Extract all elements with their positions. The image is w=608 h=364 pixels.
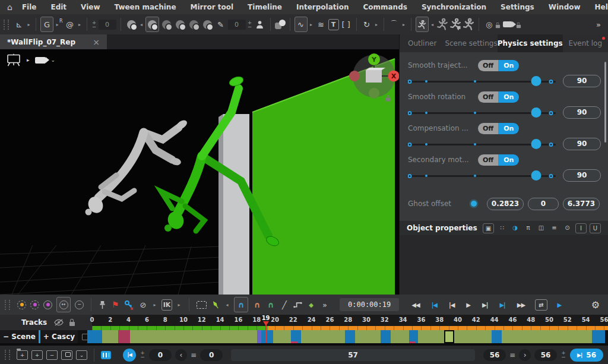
selection-mode-icon[interactable] [127, 20, 136, 29]
selection-mode-3-icon[interactable] [176, 20, 185, 29]
next-range-button[interactable]: › [519, 349, 531, 361]
green-diamond-icon[interactable]: ◆ [306, 297, 316, 312]
selection-mode-2-icon[interactable] [162, 20, 171, 29]
pie-icon[interactable]: ◑ [510, 223, 520, 232]
interval-brackets-icon[interactable]: [ ] [340, 17, 352, 31]
menu-item-view[interactable]: View [74, 3, 107, 11]
selection-mode-5-icon[interactable] [203, 20, 212, 29]
track-block-olive[interactable] [355, 330, 381, 343]
scene-track-toggle[interactable]: − Scene [0, 330, 39, 343]
range-stepper[interactable]: +− [560, 352, 566, 358]
ban-icon[interactable]: ⊘ [138, 297, 148, 312]
rotation-dropdown-arrow-icon[interactable]: ▸ [374, 17, 379, 31]
start-frame-field[interactable]: 0 [149, 349, 172, 361]
camera-icon[interactable] [503, 21, 512, 27]
param-value-field[interactable]: 90 [563, 169, 601, 182]
list-icon[interactable]: ≡ [509, 351, 515, 359]
grid-icon[interactable]: ∷ [497, 223, 507, 232]
gear-icon[interactable]: ⚙ [591, 299, 600, 311]
menu-item-timeline[interactable]: Timeline [240, 3, 289, 11]
track-block-blue[interactable] [291, 330, 301, 343]
animation-collapse-arrow-icon[interactable]: ◂ [430, 17, 435, 31]
panel-tab-physics-settings[interactable]: Physics settings [498, 34, 563, 52]
to-interval-end-button[interactable]: ▶| [493, 302, 511, 308]
cascy-track-toggle[interactable]: + Cascy [40, 330, 78, 343]
easel-dropdown-arrow-icon[interactable]: ▸ [27, 57, 30, 63]
param-toggle[interactable]: OffOn [478, 91, 519, 103]
toggle-on-button[interactable]: On [498, 123, 519, 134]
param-toggle[interactable]: OffOn [478, 123, 519, 134]
selection-mode-active[interactable] [145, 17, 159, 32]
viewport[interactable]: ▸ ⌄ [0, 49, 399, 295]
range-end-field-a[interactable]: 56 [483, 349, 506, 361]
transform-tool-icon[interactable]: ⊾ [13, 17, 25, 31]
camera-dropdown-icon[interactable]: ⌄ [51, 57, 56, 63]
track-block-blue[interactable] [381, 330, 391, 343]
pillar[interactable] [223, 114, 249, 295]
document-tab[interactable]: *WallFlip_07_Rep × [0, 34, 107, 49]
remove-track-icon[interactable]: − [46, 350, 58, 360]
arc-collapse-arrow-icon[interactable]: ◂ [224, 297, 230, 312]
viewport-canvas[interactable]: Y X [0, 49, 399, 295]
green-arc-icon[interactable]: ∩ [266, 297, 276, 312]
green-dart-icon[interactable] [211, 300, 220, 309]
track-block-olive[interactable] [130, 330, 257, 343]
track-block-olive[interactable] [301, 330, 345, 343]
panel-tab-scene-settings[interactable]: Scene settings [445, 34, 497, 52]
panel-mode-icon[interactable]: ▣ [483, 223, 494, 233]
toggle-on-button[interactable]: On [498, 91, 519, 103]
ik-mode-icon[interactable]: IK [162, 299, 172, 311]
prev-range-button[interactable]: ‹ [175, 349, 187, 361]
rotation-cycle-icon[interactable]: ↻ [361, 17, 373, 31]
timeline-range-strip[interactable] [268, 326, 608, 330]
menu-item-tween-machine[interactable]: Tween machine [107, 3, 183, 11]
frame-ruler[interactable]: 0246810121416182022242628303234363840424… [92, 315, 608, 330]
loop-toggle[interactable]: ⇄ [535, 299, 547, 311]
toggle-off-button[interactable]: Off [478, 154, 498, 166]
import-icon[interactable]: ⌄ [76, 350, 87, 360]
menu-item-mirror-tool[interactable]: Mirror tool [183, 3, 241, 11]
playbar-grip[interactable] [5, 300, 10, 310]
track-block-olive[interactable] [273, 330, 292, 343]
param-value-field[interactable]: 90 [563, 138, 601, 150]
track-block-olive[interactable] [418, 330, 444, 343]
track-block-selected[interactable] [444, 330, 454, 343]
gizmo-neg-y-ball[interactable] [369, 88, 379, 99]
track-block-blue[interactable] [492, 330, 502, 343]
track-block-olive[interactable] [391, 330, 409, 343]
simulate-play-button[interactable]: ▶ [552, 302, 568, 308]
playbar-overflow-icon[interactable]: » [320, 297, 330, 312]
track-block-blue[interactable] [345, 330, 355, 343]
selection-collapse-arrow-icon[interactable]: ◂ [139, 17, 144, 31]
brush-size-field[interactable]: 0 [228, 20, 246, 30]
param-value-field[interactable]: 90 [563, 75, 601, 87]
duplicate-icon[interactable] [61, 350, 72, 360]
curves-icon[interactable]: ≋ [315, 17, 327, 31]
gizmo-neg-x-ball[interactable] [349, 71, 360, 81]
add-track-icon[interactable]: + [31, 350, 43, 360]
slider-handle[interactable] [531, 107, 542, 118]
param-slider[interactable] [407, 76, 556, 87]
global-coordinates-icon[interactable]: G [40, 17, 53, 32]
toggle-off-button[interactable]: Off [478, 91, 498, 103]
point-controller-icon[interactable] [17, 300, 26, 309]
rewind-button[interactable]: ◀◀ [406, 302, 425, 308]
range-end-field-b[interactable]: 56 [534, 349, 557, 361]
jump-start-button[interactable]: |◀ [123, 349, 136, 362]
toolbar-overflow-icon[interactable]: » [593, 17, 604, 31]
slider-handle[interactable] [531, 76, 542, 86]
track-block-blue[interactable] [261, 330, 273, 343]
track-cells[interactable] [87, 330, 608, 343]
pi-icon[interactable]: π [523, 223, 533, 232]
runner-ghost-icon[interactable] [436, 17, 448, 31]
viewport-camera-icon[interactable] [35, 57, 46, 64]
track-block-violet[interactable] [257, 330, 261, 343]
tracking-target-icon[interactable]: ◎ [483, 17, 495, 31]
toggle-off-button[interactable]: Off [478, 123, 498, 134]
menu-item-interpolation[interactable]: Interpolation [289, 3, 356, 11]
ghost-offset-z-field[interactable]: 6.3773 [563, 198, 600, 210]
fast-forward-button[interactable]: ▶▶ [511, 302, 531, 308]
add-point-controller-icon[interactable] [30, 300, 39, 309]
timeline-scrollbar[interactable]: 57 [231, 349, 475, 361]
pivot-dropdown-arrow-icon[interactable]: ▸ [77, 17, 83, 31]
